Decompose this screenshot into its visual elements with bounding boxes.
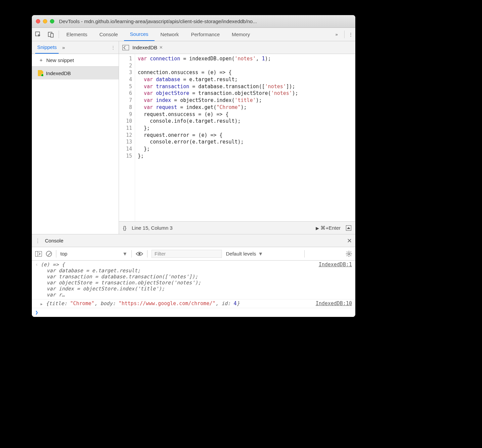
panel-tab-sources[interactable]: Sources: [124, 28, 155, 41]
run-snippet-button[interactable]: ▶ ⌘+Enter: [316, 225, 341, 231]
navigator-header: Snippets » ⋮: [32, 41, 119, 54]
panel-tab-performance[interactable]: Performance: [185, 28, 226, 41]
more-tabs-icon[interactable]: »: [330, 28, 343, 41]
dropdown-icon: ▼: [258, 251, 263, 257]
separator: [304, 250, 305, 258]
svg-line-15: [347, 255, 348, 256]
pretty-print-icon[interactable]: {}: [123, 225, 126, 231]
navigator-tab-snippets[interactable]: Snippets: [35, 41, 59, 54]
panel-tabs: ElementsConsoleSourcesNetworkPerformance…: [60, 28, 330, 41]
console-sidebar-toggle-icon[interactable]: [35, 251, 42, 257]
svg-line-14: [351, 251, 351, 252]
dropdown-icon: ▼: [122, 251, 127, 257]
drawer-header: ⋮ Console ✕: [32, 234, 355, 247]
console-log-row[interactable]: ‹ (e) => { var database = e.target.resul…: [32, 261, 355, 299]
navigator-more-icon[interactable]: »: [62, 45, 65, 50]
filter-placeholder: Filter: [155, 251, 166, 257]
minimize-window-button[interactable]: [43, 19, 47, 23]
drawer-close-icon[interactable]: ✕: [347, 237, 352, 244]
clear-console-icon[interactable]: [46, 251, 52, 257]
log-levels-selector[interactable]: Default levels ▼: [226, 251, 263, 257]
console-log-row[interactable]: {title: "Chrome", body: "https://www.goo…: [32, 299, 355, 308]
editor-tabbar: IndexedDB ✕: [119, 41, 355, 54]
separator: [344, 31, 345, 38]
levels-label: Default levels: [226, 251, 256, 257]
expand-icon[interactable]: [41, 300, 44, 306]
svg-point-7: [348, 253, 350, 255]
drawer-tab-console[interactable]: Console: [45, 238, 63, 243]
snippet-item-label: IndexedDB: [46, 70, 71, 76]
panel-tab-memory[interactable]: Memory: [226, 28, 256, 41]
editor-tab[interactable]: IndexedDB ✕: [132, 45, 163, 50]
show-navigator-icon[interactable]: [122, 45, 129, 50]
panel-tab-console[interactable]: Console: [94, 28, 124, 41]
svg-rect-4: [36, 251, 42, 256]
editor-tab-label: IndexedDB: [132, 45, 157, 50]
sources-main-row: Snippets » ⋮ ＋ New snippet IndexedDB: [32, 41, 355, 234]
expand-icon[interactable]: ‹: [35, 262, 39, 298]
separator: [56, 250, 56, 258]
console-filter-input[interactable]: Filter: [152, 250, 222, 258]
device-toolbar-icon[interactable]: [45, 28, 57, 41]
svg-line-13: [351, 255, 351, 256]
snippet-item[interactable]: IndexedDB: [32, 67, 119, 79]
window-title: DevTools - mdn.github.io/learning-area/j…: [59, 18, 257, 24]
traffic-lights: [36, 19, 54, 23]
execution-context-selector[interactable]: top ▼: [60, 251, 127, 257]
show-debugger-icon[interactable]: [346, 225, 351, 231]
console-settings-icon[interactable]: [346, 251, 352, 257]
plus-icon: ＋: [39, 57, 44, 63]
zoom-window-button[interactable]: [50, 19, 54, 23]
svg-line-12: [347, 251, 348, 252]
separator: [147, 250, 147, 258]
svg-point-6: [138, 253, 140, 255]
cursor-position: Line 15, Column 3: [132, 225, 173, 231]
editor-column: IndexedDB ✕ 123456789101112131415 var co…: [119, 41, 355, 234]
main-toolbar: ElementsConsoleSourcesNetworkPerformance…: [32, 28, 355, 41]
kebab-menu-icon[interactable]: ⋮: [346, 28, 355, 41]
close-tab-icon[interactable]: ✕: [159, 45, 163, 50]
context-label: top: [60, 251, 67, 257]
separator: [131, 250, 132, 258]
svg-rect-2: [51, 34, 53, 37]
log-source-link[interactable]: IndexedDB:1: [319, 262, 352, 298]
console-output: ‹ (e) => { var database = e.target.resul…: [32, 261, 355, 317]
line-gutter: 123456789101112131415: [119, 54, 135, 221]
new-snippet-button[interactable]: ＋ New snippet: [32, 54, 119, 67]
separator: [59, 31, 59, 38]
close-window-button[interactable]: [36, 19, 40, 23]
navigator-menu-icon[interactable]: ⋮: [111, 45, 115, 50]
snippet-file-icon: [38, 70, 43, 76]
navigator-panel: Snippets » ⋮ ＋ New snippet IndexedDB: [32, 41, 119, 234]
inspect-element-icon[interactable]: [32, 28, 45, 41]
drawer-menu-icon[interactable]: ⋮: [35, 238, 40, 244]
code-content[interactable]: var connection = indexedDB.open('notes',…: [135, 54, 301, 221]
panel-tab-elements[interactable]: Elements: [60, 28, 94, 41]
log-text: (e) => { var database = e.target.result;…: [41, 262, 201, 298]
live-expression-icon[interactable]: [136, 251, 143, 256]
devtools-window: DevTools - mdn.github.io/learning-area/j…: [32, 15, 355, 317]
titlebar: DevTools - mdn.github.io/learning-area/j…: [32, 15, 355, 28]
console-prompt[interactable]: ❯: [32, 308, 355, 317]
panel-tab-network[interactable]: Network: [155, 28, 185, 41]
console-toolbar: top ▼ Filter Default levels ▼: [32, 247, 355, 261]
editor-statusbar: {} Line 15, Column 3 ▶ ⌘+Enter: [119, 221, 355, 234]
new-snippet-label: New snippet: [46, 57, 74, 63]
log-source-link[interactable]: IndexedDB:10: [316, 300, 352, 306]
snippet-list: IndexedDB: [32, 67, 119, 234]
code-editor[interactable]: 123456789101112131415 var connection = i…: [119, 54, 355, 221]
log-object: {title: "Chrome", body: "https://www.goo…: [46, 300, 240, 306]
